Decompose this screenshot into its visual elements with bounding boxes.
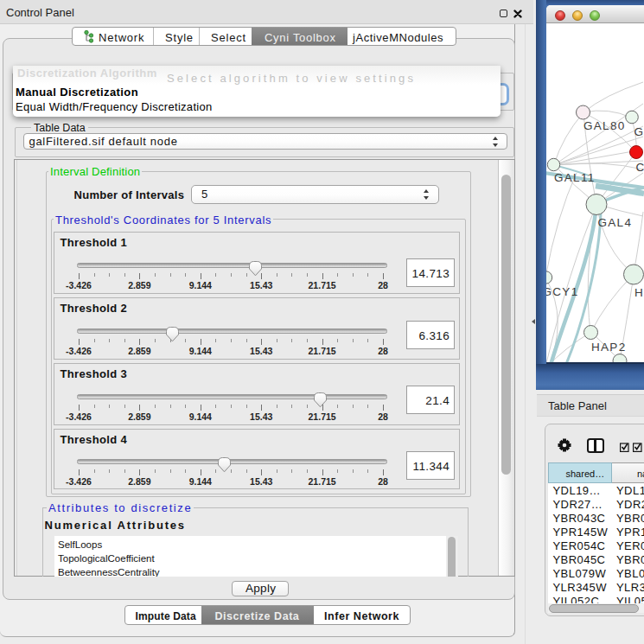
svg-text:GAL11: GAL11 (554, 171, 596, 184)
svg-text:H: H (634, 286, 644, 299)
svg-text:GCY1: GCY1 (546, 285, 578, 298)
svg-text:GAL4: GAL4 (598, 216, 633, 229)
svg-text:GA: GA (634, 125, 644, 138)
svg-text:GAL80: GAL80 (583, 119, 626, 132)
svg-text:C: C (636, 161, 644, 174)
svg-text:HAP2: HAP2 (591, 341, 626, 354)
